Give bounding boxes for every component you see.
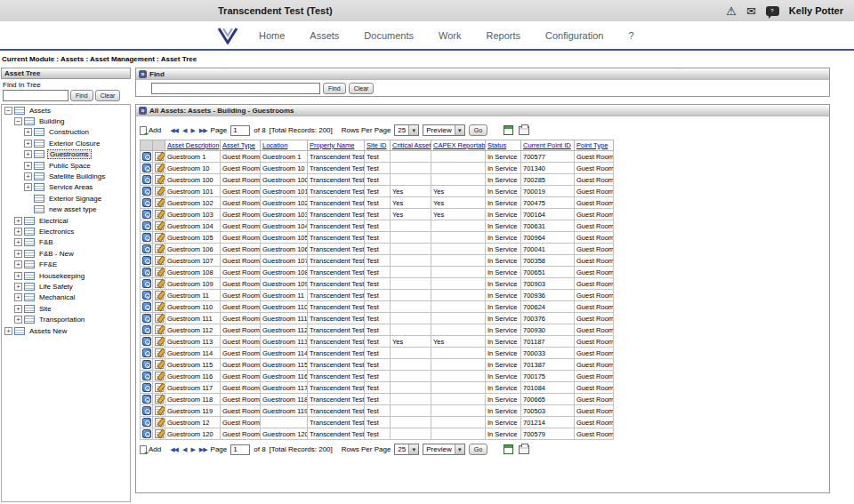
edit-icon[interactable] [155,325,164,334]
edit-icon[interactable] [155,164,164,172]
column-header-property-name[interactable]: Property Name [308,140,365,151]
column-header-current-point-id[interactable]: Current Point ID [521,140,575,151]
go-button[interactable]: Go [469,444,487,455]
tree-item-exterior-closure[interactable]: Exterior Closure [47,140,101,148]
tree-item-f-b[interactable]: F&B [37,238,55,246]
edit-icon[interactable] [155,348,164,357]
export-icon[interactable] [504,444,513,454]
view-icon[interactable] [142,337,151,346]
tree-toggle-plus-icon[interactable]: + [4,327,12,335]
view-icon[interactable] [142,175,151,184]
tree-toggle-plus-icon[interactable]: + [24,162,32,170]
nav-item-assets[interactable]: Assets [310,30,339,41]
tree-toggle-plus-icon[interactable]: + [14,260,22,268]
view-icon[interactable] [142,152,151,161]
edit-icon[interactable] [155,279,164,288]
tree-item-public-space[interactable]: Public Space [47,162,93,170]
edit-icon[interactable] [155,337,164,346]
view-icon[interactable] [142,383,151,392]
view-icon[interactable] [142,198,151,207]
view-icon[interactable] [142,233,151,242]
column-header-asset-description[interactable]: Asset Description [165,140,221,151]
edit-icon[interactable] [155,372,164,380]
view-icon[interactable] [142,372,151,380]
view-icon[interactable] [142,279,151,288]
nav-item-[interactable]: ? [628,30,633,41]
print-icon[interactable] [519,126,529,135]
print-icon[interactable] [519,445,529,454]
tree-item-assets-new[interactable]: Assets New [28,327,68,335]
prev-page-icon[interactable]: ◀ [182,127,186,133]
tree-item-guestrooms[interactable]: Guestrooms [47,149,92,159]
view-icon[interactable] [142,187,151,196]
find-button[interactable]: Find [323,83,346,94]
edit-icon[interactable] [155,314,164,323]
edit-icon[interactable] [155,268,164,276]
nav-item-work[interactable]: Work [439,30,461,41]
next-page-icon[interactable]: ▶ [190,446,194,452]
tree-item-f-b-new[interactable]: F&B - New [37,250,76,258]
tree-item-exterior-signage[interactable]: Exterior Signage [47,195,103,203]
column-header-capex-reportable[interactable]: CAPEX Reportable [431,140,486,151]
view-icon[interactable] [142,302,151,311]
nav-item-home[interactable]: Home [259,30,285,41]
tree-toggle-minus-icon[interactable]: − [4,107,12,115]
tree-toggle-plus-icon[interactable]: + [24,150,32,158]
page-input[interactable] [230,125,250,136]
view-icon[interactable] [142,291,151,300]
tree-toggle-plus-icon[interactable]: + [24,172,32,180]
tree-toggle-plus-icon[interactable]: + [14,228,22,236]
collapse-icon[interactable]: » [139,70,147,78]
column-header-location[interactable]: Location [261,140,308,151]
nav-item-reports[interactable]: Reports [486,30,520,41]
prev-page-icon[interactable]: ◀ [182,446,186,452]
rows-per-page-select[interactable]: 25 ▾ [394,444,419,455]
view-icon[interactable] [142,360,151,369]
view-icon[interactable] [142,406,151,415]
tree-toggle-plus-icon[interactable]: + [24,128,32,136]
edit-icon[interactable] [155,291,164,300]
view-icon[interactable] [142,268,151,276]
user-name[interactable]: Kelly Potter [789,5,843,16]
tree-item-assets[interactable]: Assets [28,107,52,115]
edit-icon[interactable] [155,221,164,230]
view-icon[interactable] [142,210,151,219]
tree-toggle-minus-icon[interactable]: − [14,117,22,125]
column-header-asset-type[interactable]: Asset Type [221,140,261,151]
tree-item-transportation[interactable]: Transportation [37,316,86,324]
tree-toggle-plus-icon[interactable]: + [14,316,22,324]
tree-item-electronics[interactable]: Electronics [37,228,76,236]
clear-button[interactable]: Clear [349,83,375,94]
rows-per-page-select[interactable]: 25 ▾ [394,124,419,136]
edit-icon[interactable] [155,395,164,404]
edit-icon[interactable] [155,429,164,438]
tree-item-ff-e[interactable]: FF&E [37,260,59,268]
tree-item-housekeeping[interactable]: Housekeeping [37,272,86,280]
next-page-icon[interactable]: ▶ [190,127,194,133]
tree-toggle-plus-icon[interactable]: + [24,140,32,148]
add-button[interactable]: Add [140,126,161,135]
tree-item-service-areas[interactable]: Service Areas [47,183,94,191]
last-page-icon[interactable]: ▶▶ [199,446,207,452]
view-icon[interactable] [142,429,151,438]
find-in-tree-find-button[interactable]: Find [70,90,93,101]
edit-icon[interactable] [155,187,164,196]
tree-item-satellite-buildings[interactable]: Satellite Buildings [47,172,107,180]
column-header-point-type[interactable]: Point Type [575,140,614,151]
view-icon[interactable] [142,348,151,357]
tree-item-building[interactable]: Building [37,117,66,125]
column-header-site-id[interactable]: Site ID [365,140,391,151]
view-icon[interactable] [142,314,151,323]
edit-icon[interactable] [155,210,164,219]
edit-icon[interactable] [155,256,164,265]
nav-item-configuration[interactable]: Configuration [545,30,603,41]
tree-toggle-plus-icon[interactable]: + [14,238,22,246]
view-icon[interactable] [142,325,151,334]
tree-item-construction[interactable]: Construction [47,128,91,136]
preview-select[interactable]: Preview ▾ [423,444,464,455]
view-icon[interactable] [142,244,151,253]
page-input[interactable] [230,444,250,455]
tree-toggle-plus-icon[interactable]: + [14,293,22,301]
view-icon[interactable] [142,221,151,230]
nav-item-documents[interactable]: Documents [364,30,414,41]
